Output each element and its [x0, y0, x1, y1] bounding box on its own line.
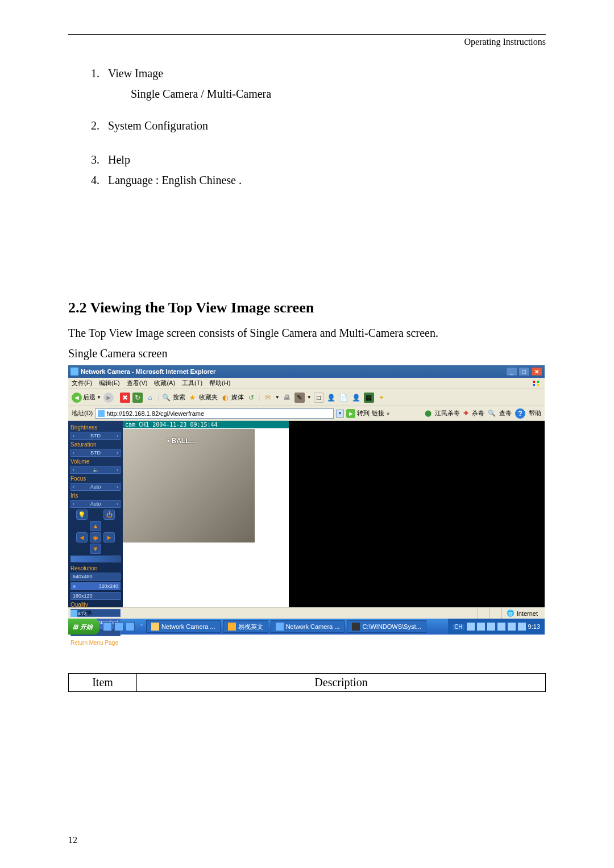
- scan-label[interactable]: 查毒: [499, 409, 512, 418]
- task-label: Network Camera ...: [286, 623, 340, 630]
- extra-icon[interactable]: ▦: [364, 393, 374, 403]
- address-dropdown[interactable]: ▾: [336, 410, 344, 418]
- edit-icon[interactable]: ✎: [294, 393, 305, 403]
- section-heading: 2.2 Viewing the Top View Image screen: [68, 299, 546, 316]
- extra-icon[interactable]: 📄: [339, 393, 349, 403]
- camera-sidebar: Brightness ‹STD› Saturation ‹STD› Volume…: [68, 421, 123, 607]
- quality-option[interactable]: Clarity: [70, 609, 121, 617]
- ptz-down-icon[interactable]: ▼: [90, 544, 101, 554]
- menu-file[interactable]: 文件(F): [72, 379, 92, 387]
- ptz-right-icon[interactable]: ►: [103, 532, 115, 542]
- auto-value: Auto: [90, 501, 101, 507]
- refresh-icon[interactable]: ↻: [132, 393, 143, 403]
- start-label: 开始: [80, 623, 93, 631]
- go-label: 转到: [357, 409, 370, 418]
- quicklaunch-icon[interactable]: [114, 622, 123, 631]
- list-text: Help: [108, 151, 546, 169]
- menu-favorites[interactable]: 收藏(A): [154, 379, 175, 387]
- table-header-item: Item: [69, 674, 137, 692]
- links-label[interactable]: 链接: [372, 409, 384, 418]
- ptz-left-icon[interactable]: ◄: [76, 532, 88, 542]
- start-button[interactable]: ⊞ 开始: [68, 619, 99, 635]
- page-header: Operating Instructions: [68, 37, 546, 47]
- windows-flag-icon: [531, 379, 541, 387]
- iris-control[interactable]: ‹Auto›: [70, 500, 121, 508]
- forward-icon[interactable]: ►: [103, 393, 114, 403]
- extra-icon[interactable]: 👤: [351, 393, 362, 403]
- taskbar-app[interactable]: 易视英文: [223, 620, 268, 633]
- embedded-screenshot: Network Camera - Microsoft Internet Expl…: [68, 365, 545, 630]
- tray-icon[interactable]: [487, 623, 495, 631]
- address-value: http://192.168.1.82/cgi/viewerframe: [106, 410, 204, 417]
- messenger-icon[interactable]: 👤: [326, 393, 337, 403]
- help-label[interactable]: 帮助: [529, 409, 541, 418]
- language-indicator[interactable]: CH: [453, 624, 464, 630]
- home-icon[interactable]: ⌂: [145, 393, 155, 403]
- status-bar: 完毕 🌐Internet: [68, 607, 545, 619]
- list-number: 4.: [91, 171, 108, 189]
- window-titlebar[interactable]: Network Camera - Microsoft Internet Expl…: [68, 365, 545, 378]
- maximize-icon[interactable]: □: [518, 367, 530, 376]
- volume-control[interactable]: ‹🔈›: [70, 466, 121, 474]
- folder-icon: [228, 623, 236, 631]
- list-subtext: Single Camera / Multi-Camera: [131, 85, 546, 103]
- mail-icon[interactable]: ✉: [263, 393, 273, 403]
- ptz-center-icon[interactable]: ◉: [90, 532, 101, 542]
- volume-label: Volume: [70, 458, 121, 465]
- ptz-light-icon[interactable]: 💡: [76, 510, 88, 520]
- video-panel: cam CH1 2004-11-23 09:15:44 • BALL…: [123, 421, 289, 607]
- quality-label: Quality: [70, 602, 121, 608]
- resolution-option[interactable]: 320x240: [70, 582, 121, 590]
- tray-icon[interactable]: [508, 623, 516, 631]
- quicklaunch-icon[interactable]: [126, 622, 135, 631]
- go-button[interactable]: ►转到: [346, 409, 370, 418]
- brightness-control[interactable]: ‹STD›: [70, 432, 121, 440]
- tray-icon[interactable]: [467, 623, 475, 631]
- empty-area: [289, 421, 545, 607]
- menu-view[interactable]: 查看(V): [127, 379, 148, 387]
- focus-label: Focus: [70, 475, 121, 482]
- taskbar-app[interactable]: Network Camera ...: [271, 620, 345, 633]
- res-value: 160x120: [73, 593, 93, 599]
- video-image: [123, 429, 255, 542]
- back-button[interactable]: ◄后退▼: [72, 393, 101, 403]
- menu-tools[interactable]: 工具(T): [182, 379, 202, 387]
- help-icon[interactable]: ?: [515, 408, 525, 419]
- kill-label[interactable]: 杀毒: [472, 409, 484, 418]
- cmd-icon: [352, 623, 360, 631]
- search-label: 搜索: [173, 393, 185, 402]
- discuss-icon[interactable]: □: [314, 393, 324, 403]
- menu-edit[interactable]: 编辑(E): [99, 379, 120, 387]
- media-button[interactable]: ◐媒体: [220, 393, 244, 403]
- tray-icon[interactable]: [477, 623, 485, 631]
- ptz-up-icon[interactable]: ▲: [90, 521, 101, 531]
- resolution-option[interactable]: 640x480: [70, 573, 121, 581]
- app-icon: [151, 623, 159, 631]
- extra-icon[interactable]: ✦: [376, 393, 387, 403]
- description-table: Item Description: [68, 673, 546, 692]
- menu-help[interactable]: 帮助(H): [209, 379, 230, 387]
- stop-icon[interactable]: ✖: [120, 393, 130, 403]
- zoom-slider[interactable]: [70, 556, 121, 562]
- resolution-option[interactable]: 160x120: [70, 592, 121, 600]
- saturation-control[interactable]: ‹STD›: [70, 449, 121, 457]
- favorites-button[interactable]: ★收藏夹: [188, 393, 218, 403]
- tray-icon[interactable]: [497, 623, 505, 631]
- print-icon[interactable]: 🖶: [282, 393, 292, 403]
- antivirus-label[interactable]: 江民杀毒: [435, 409, 460, 418]
- tray-icon[interactable]: [518, 623, 526, 631]
- quicklaunch-icon[interactable]: [103, 622, 112, 631]
- taskbar-app[interactable]: Network Camera ...: [146, 620, 221, 633]
- history-icon[interactable]: ↺: [246, 393, 256, 403]
- address-input[interactable]: http://192.168.1.82/cgi/viewerframe: [95, 408, 334, 419]
- close-icon[interactable]: ✕: [531, 367, 542, 376]
- focus-control[interactable]: ‹Auto›: [70, 483, 121, 491]
- taskbar-app[interactable]: C:\WINDOWS\Syst...: [347, 620, 426, 633]
- ptz-power-icon[interactable]: ⏻: [103, 510, 115, 520]
- toolbar: ◄后退▼ ► · ✖ ↻ ⌂ | 🔍搜索 ★收藏夹 ◐媒体 ↺ | ✉▼ 🖶 ✎…: [68, 389, 545, 406]
- res-value: 320x240: [98, 583, 118, 589]
- address-bar: 地址(D) http://192.168.1.82/cgi/viewerfram…: [68, 406, 545, 421]
- return-menu-link[interactable]: Return Menu Page: [70, 640, 121, 646]
- minimize-icon[interactable]: _: [506, 367, 517, 376]
- search-button[interactable]: 🔍搜索: [161, 393, 185, 403]
